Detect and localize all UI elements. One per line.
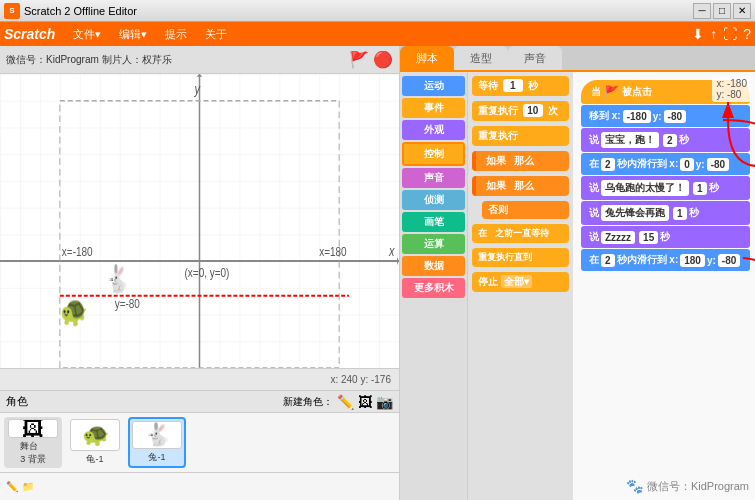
green-flag-button[interactable]: 🚩 [349,50,369,69]
tab-sounds[interactable]: 声音 [508,46,562,70]
block-else[interactable]: 否则 [482,201,569,219]
fullscreen-icon[interactable]: ⛶ [723,26,737,42]
coord-display: x: 240 y: -176 [330,374,391,385]
block-if[interactable]: 如果 那么 [472,151,569,171]
titlebar-logo: S [4,3,20,19]
block-repeat-until[interactable]: 重复执行直到 [472,248,569,267]
stage-buttons: 🚩 🔴 [349,50,393,69]
tab-costumes[interactable]: 造型 [454,46,508,70]
sprite-item-rabbit[interactable]: 🐇 兔-1 [128,417,186,468]
cat-pen[interactable]: 画笔 [402,212,465,232]
stage-panel: 微信号：KidProgram 制片人：权芹乐 🚩 🔴 [0,46,400,500]
block-repeat[interactable]: 重复执行 10 次 [472,101,569,121]
cat-moreblocks[interactable]: 更多积木 [402,278,465,298]
svg-text:x: x [388,242,395,259]
menu-about[interactable]: 关于 [197,25,235,44]
maximize-button[interactable]: □ [713,3,731,19]
block-stop[interactable]: 停止 全部▾ [472,272,569,292]
stage-info: 微信号：KidProgram 制片人：权芹乐 [6,53,172,67]
watermark: 🐾 微信号：KidProgram [626,478,749,494]
new-sprite-controls: ✏️ 📁 [0,472,399,500]
minimize-button[interactable]: ─ [693,3,711,19]
cat-motion[interactable]: 运动 [402,76,465,96]
rabbit-name: 兔-1 [148,451,165,464]
stage-canvas[interactable]: y x x=-180 x=180 y=-80 (x=0, y=0) 🐢 🐇 [0,74,399,368]
cat-sensing[interactable]: 侦测 [402,190,465,210]
block-glide-1[interactable]: 在 2 秒内滑行到 x: 0 y: -80 [581,153,750,175]
script-stack: 当 🚩 被点击 移到 x: -180 y: -80 说 宝宝，跑！ 2 秒 在 … [581,80,750,272]
block-say-4[interactable]: 说 Zzzzz 15 秒 [581,226,750,248]
menubar: Scratch 文件▾ 编辑▾ 提示 关于 ⬇ ↑ ⛶ ? [0,22,755,46]
block-say-3[interactable]: 说 兔先锋会再跑 1 秒 [581,201,750,225]
blocks-layout: 运动 事件 外观 控制 声音 侦测 画笔 运算 数据 更多积木 等待 1 秒 重… [400,72,755,500]
camera-sprite-icon[interactable]: 📷 [376,394,393,410]
folder-icon[interactable]: 📁 [22,481,34,492]
coord-readout: x: -180y: -80 [712,76,751,102]
cat-events[interactable]: 事件 [402,98,465,118]
paint-sprite-icon[interactable]: ✏️ [337,394,354,410]
block-forever[interactable]: 重复执行 [472,126,569,146]
svg-text:🐢: 🐢 [60,293,88,329]
scratch-logo: Scratch [4,26,55,42]
download-icon[interactable]: ⬇ [692,26,704,42]
menu-edit[interactable]: 编辑▾ [111,25,155,44]
upload-sprite-icon[interactable]: 🖼 [358,394,372,410]
svg-text:(x=0, y=0): (x=0, y=0) [185,265,230,280]
cat-operators[interactable]: 运算 [402,234,465,254]
blocks-palette: 等待 1 秒 重复执行 10 次 重复执行 如果 那么 如果 那么 否则 在 之… [468,72,573,500]
block-move-to[interactable]: 移到 x: -180 y: -80 [581,105,750,127]
new-sprite-label: 新建角色： [283,395,333,409]
coordinate-grid: y x x=-180 x=180 y=-80 (x=0, y=0) 🐢 🐇 [0,74,399,368]
sprites-panel: 角色 新建角色： ✏️ 🖼 📷 🖼 舞台3 背景 🐢 龟-1 [0,390,399,500]
sprites-label: 角色 [6,394,28,409]
cat-looks[interactable]: 外观 [402,120,465,140]
svg-text:x=180: x=180 [319,243,347,258]
block-if-else[interactable]: 如果 那么 [472,176,569,196]
turtle-thumb: 🐢 [70,419,120,451]
new-sprite-area: 新建角色： ✏️ 🖼 📷 [283,394,393,410]
paint-icon[interactable]: ✏️ [6,481,18,492]
sprites-header: 角色 新建角色： ✏️ 🖼 📷 [0,391,399,413]
stage-coords: x: 240 y: -176 [0,368,399,390]
rabbit-thumb: 🐇 [132,421,182,449]
titlebar-controls[interactable]: ─ □ ✕ [693,3,751,19]
svg-text:x=-180: x=-180 [62,243,93,258]
close-button[interactable]: ✕ [733,3,751,19]
menubar-right: ⬇ ↑ ⛶ ? [692,26,751,42]
block-wait[interactable]: 等待 1 秒 [472,76,569,96]
sprites-list: 🖼 舞台3 背景 🐢 龟-1 🐇 兔-1 [0,413,399,472]
svg-text:y=-80: y=-80 [115,295,141,310]
turtle-name: 龟-1 [86,453,103,466]
block-say-1[interactable]: 说 宝宝，跑！ 2 秒 [581,128,750,152]
help-icon[interactable]: ? [743,26,751,42]
blocks-panel: 脚本 造型 声音 运动 事件 外观 控制 声音 侦测 画笔 运算 数据 更多积木… [400,46,755,500]
cat-control[interactable]: 控制 [402,142,465,166]
sprite-item-turtle[interactable]: 🐢 龟-1 [66,417,124,468]
script-workspace[interactable]: 当 🚩 被点击 移到 x: -180 y: -80 说 宝宝，跑！ 2 秒 在 … [573,72,755,500]
tab-scripts[interactable]: 脚本 [400,46,454,70]
titlebar-left: S Scratch 2 Offline Editor [4,3,137,19]
block-glide-2[interactable]: 在 2 秒内滑行到 x: 180 y: -80 [581,249,750,271]
blocks-tabs: 脚本 造型 声音 [400,46,755,72]
menu-file[interactable]: 文件▾ [65,25,109,44]
titlebar: S Scratch 2 Offline Editor ─ □ ✕ [0,0,755,22]
cat-data[interactable]: 数据 [402,256,465,276]
stage-controls: 微信号：KidProgram 制片人：权芹乐 🚩 🔴 [0,46,399,74]
stop-button[interactable]: 🔴 [373,50,393,69]
block-wait-until[interactable]: 在 之前一直等待 [472,224,569,243]
stage-thumb: 🖼 [8,419,58,438]
block-else-spacer: 否则 [472,201,569,221]
main-layout: 微信号：KidProgram 制片人：权芹乐 🚩 🔴 [0,46,755,500]
titlebar-title: Scratch 2 Offline Editor [24,5,137,17]
block-say-2[interactable]: 说 乌龟跑的太慢了！ 1 秒 [581,176,750,200]
sprite-item-stage[interactable]: 🖼 舞台3 背景 [4,417,62,468]
menu-tips[interactable]: 提示 [157,25,195,44]
cat-sound[interactable]: 声音 [402,168,465,188]
stage-name: 舞台3 背景 [20,440,46,466]
svg-text:🐇: 🐇 [105,263,130,295]
upload-icon[interactable]: ↑ [710,26,717,42]
category-sidebar: 运动 事件 外观 控制 声音 侦测 画笔 运算 数据 更多积木 [400,72,468,500]
